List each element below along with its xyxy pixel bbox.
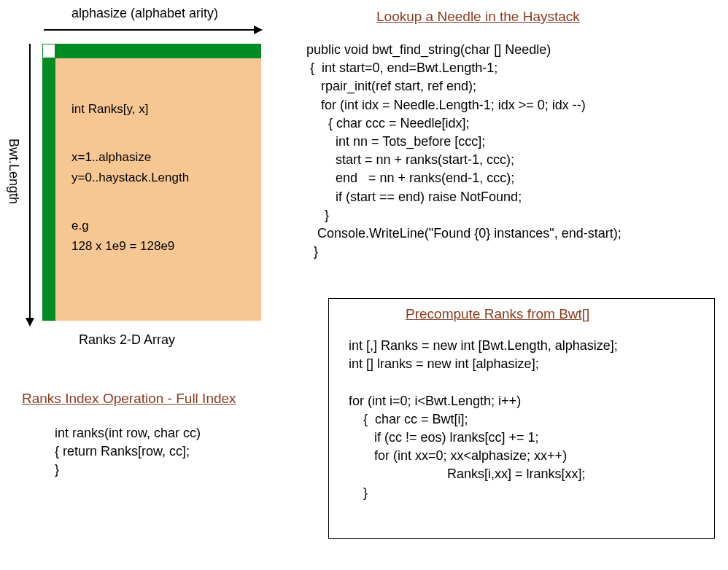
x-axis-arrow (44, 29, 255, 31)
array-left-header (42, 58, 55, 321)
y-axis-arrow (29, 44, 31, 319)
x-range: x=1..alphasize (71, 150, 247, 165)
code-line: int ranks(int row, char cc) (55, 424, 201, 442)
precompute-code-block: int [,] Ranks = new int [Bwt.Length, alp… (349, 337, 618, 502)
ranks-index-code: int ranks(int row, char cc) { return Ran… (55, 424, 201, 480)
precompute-heading: Precompute Ranks from Bwt[] (406, 306, 589, 322)
array-body: int Ranks[y, x] x=1..alphasize y=0..hays… (55, 58, 261, 321)
bwt-length-label: Bwt.Length (6, 138, 21, 204)
y-range: y=0..haystack.Length (71, 171, 247, 185)
alphasize-label: alphasize (alphabet arity) (71, 6, 218, 21)
code-line: { return Ranks[row, cc]; (55, 442, 201, 461)
ranks-index-heading: Ranks Index Operation - Full Index (22, 391, 236, 407)
ranks-array-diagram: int Ranks[y, x] x=1..alphasize y=0..hays… (42, 44, 261, 321)
ranks-array-caption: Ranks 2-D Array (79, 332, 175, 348)
array-top-header (55, 44, 261, 58)
eg-value: 128 x 1e9 = 128e9 (71, 239, 247, 254)
eg-label: e.g (71, 219, 247, 233)
lookup-code-block: public void bwt_find_string(char [] Need… (306, 41, 621, 261)
ranks-decl: int Ranks[y, x] (71, 102, 247, 117)
array-corner (42, 44, 55, 58)
lookup-heading: Lookup a Needle in the Haystack (376, 9, 580, 25)
code-line: } (55, 461, 201, 479)
